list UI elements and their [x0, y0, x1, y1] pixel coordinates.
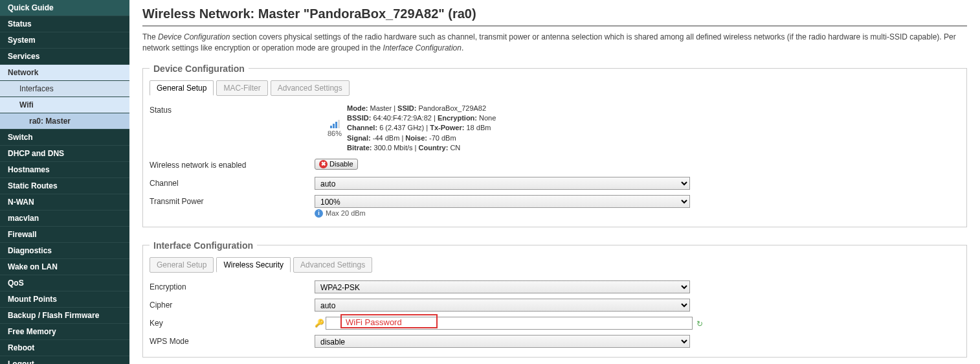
tab-wireless-security[interactable]: Wireless Security	[216, 257, 291, 273]
tab-iface-advanced[interactable]: Advanced Settings	[293, 257, 372, 273]
cipher-select[interactable]: auto	[315, 299, 690, 312]
sidebar-item-macvlan[interactable]: macvlan	[0, 210, 129, 227]
channel-select[interactable]: auto	[315, 177, 690, 190]
sidebar-item-diagnostics[interactable]: Diagnostics	[0, 243, 129, 259]
sidebar-item-dhcp-dns[interactable]: DHCP and DNS	[0, 146, 129, 162]
device-tabs: General Setup MAC-Filter Advanced Settin…	[150, 80, 960, 96]
sidebar-item-status[interactable]: Status	[0, 16, 129, 32]
page-title: Wireless Network: Master "PandoraBox_729…	[142, 6, 967, 27]
tab-advanced-settings[interactable]: Advanced Settings	[271, 80, 350, 96]
sidebar-item-switch[interactable]: Switch	[0, 130, 129, 146]
sidebar-item-hostnames[interactable]: Hostnames	[0, 162, 129, 178]
sidebar-item-logout[interactable]: Logout	[0, 356, 129, 364]
sidebar-item-firewall[interactable]: Firewall	[0, 227, 129, 243]
sidebar-item-reboot[interactable]: Reboot	[0, 340, 129, 356]
sidebar-item-system[interactable]: System	[0, 32, 129, 49]
transmit-power-hint: iMax 20 dBm	[315, 209, 960, 218]
signal-percent: 86%	[328, 130, 342, 137]
cipher-label: Cipher	[150, 299, 315, 312]
key-input[interactable]	[326, 317, 693, 330]
sidebar-item-wifi[interactable]: Wifi	[0, 97, 129, 113]
page-description: The Device Configuration section covers …	[142, 32, 967, 54]
sidebar-item-wake-on-lan[interactable]: Wake on LAN	[0, 259, 129, 275]
transmit-power-select[interactable]: 100%	[315, 195, 690, 208]
device-configuration-section: Device Configuration General Setup MAC-F…	[142, 63, 967, 227]
transmit-power-label: Transmit Power	[150, 195, 315, 208]
sidebar-item-nwan[interactable]: N-WAN	[0, 194, 129, 210]
key-icon: 🔑	[315, 319, 324, 328]
encryption-label: Encryption	[150, 280, 315, 293]
sidebar-item-backup-flash[interactable]: Backup / Flash Firmware	[0, 308, 129, 324]
wps-mode-select[interactable]: disable	[315, 335, 690, 348]
channel-label: Channel	[150, 177, 315, 190]
encryption-select[interactable]: WPA2-PSK	[315, 280, 690, 293]
sidebar-item-quick-guide[interactable]: Quick Guide	[0, 0, 129, 16]
signal-strength-icon: 86%	[328, 119, 342, 137]
info-icon: i	[315, 209, 323, 218]
device-config-legend: Device Configuration	[150, 63, 249, 74]
tab-general-setup[interactable]: General Setup	[150, 80, 214, 96]
interface-config-legend: Interface Configuration	[150, 240, 257, 251]
sidebar-item-mount-points[interactable]: Mount Points	[0, 291, 129, 308]
sidebar-item-network[interactable]: Network	[0, 65, 129, 81]
status-label: Status	[150, 104, 315, 117]
sidebar: Quick Guide Status System Services Netwo…	[0, 0, 129, 364]
reload-icon[interactable]: ↻	[696, 319, 704, 327]
sidebar-item-qos[interactable]: QoS	[0, 275, 129, 291]
main-content: Wireless Network: Master "PandoraBox_729…	[129, 0, 980, 364]
wps-mode-label: WPS Mode	[150, 335, 315, 348]
tab-mac-filter[interactable]: MAC-Filter	[216, 80, 267, 96]
key-label: Key	[150, 317, 315, 330]
wireless-enabled-label: Wireless network is enabled	[150, 159, 315, 172]
sidebar-item-interfaces[interactable]: Interfaces	[0, 81, 129, 97]
sidebar-item-ra0-master[interactable]: ra0: Master	[0, 113, 129, 130]
sidebar-item-free-memory[interactable]: Free Memory	[0, 324, 129, 340]
status-details: Mode: Master | SSID: PandoraBox_729A82 B…	[347, 104, 496, 154]
sidebar-item-static-routes[interactable]: Static Routes	[0, 178, 129, 194]
interface-configuration-section: Interface Configuration General Setup Wi…	[142, 240, 967, 358]
tab-iface-general[interactable]: General Setup	[150, 257, 214, 273]
interface-tabs: General Setup Wireless Security Advanced…	[150, 257, 960, 273]
disable-button[interactable]: ✖Disable	[315, 159, 358, 170]
sidebar-item-services[interactable]: Services	[0, 49, 129, 65]
disable-icon: ✖	[319, 160, 328, 168]
